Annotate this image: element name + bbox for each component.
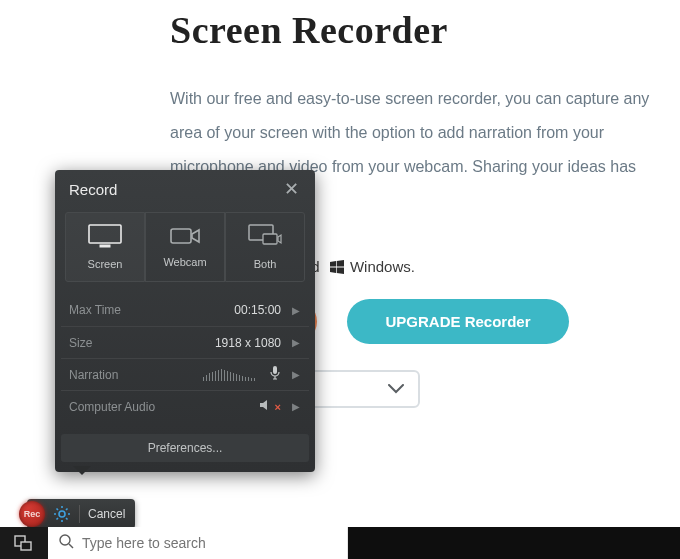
row-narration[interactable]: Narration ▶ [61, 358, 309, 390]
narration-label: Narration [69, 368, 118, 382]
close-icon[interactable]: ✕ [280, 178, 303, 200]
max-time-value: 00:15:00 [234, 303, 281, 317]
mode-webcam-label: Webcam [163, 256, 206, 268]
mode-webcam[interactable]: Webcam [145, 212, 225, 282]
chevron-right-icon: ▶ [291, 305, 301, 316]
svg-line-14 [66, 509, 68, 511]
size-label: Size [69, 336, 92, 350]
search-icon [58, 533, 74, 553]
svg-point-6 [59, 511, 65, 517]
computer-audio-label: Computer Audio [69, 400, 155, 414]
svg-rect-1 [100, 245, 110, 247]
svg-rect-16 [21, 542, 31, 550]
svg-rect-2 [171, 229, 191, 243]
chevron-right-icon: ▶ [291, 369, 301, 380]
windows-icon [330, 260, 344, 277]
microphone-icon [269, 366, 281, 383]
mode-both-label: Both [254, 258, 277, 270]
record-toolbar: Rec Cancel [27, 499, 135, 529]
preferences-button[interactable]: Preferences... [61, 434, 309, 462]
chevron-right-icon: ▶ [291, 337, 301, 348]
row-computer-audio[interactable]: Computer Audio × ▶ [61, 390, 309, 422]
svg-point-17 [60, 535, 70, 545]
max-time-label: Max Time [69, 303, 121, 317]
svg-rect-0 [89, 225, 121, 243]
taskbar-remainder [348, 527, 680, 559]
mode-screen[interactable]: Screen [65, 212, 145, 282]
mode-screen-label: Screen [88, 258, 123, 270]
row-size[interactable]: Size 1918 x 1080 ▶ [61, 326, 309, 358]
page-title: Screen Recorder [170, 8, 650, 52]
speaker-muted-icon: × [259, 399, 281, 414]
gear-icon[interactable] [53, 505, 71, 523]
svg-line-18 [69, 544, 73, 548]
taskbar-app-icon[interactable] [0, 527, 48, 559]
camera-icon [170, 226, 200, 248]
upgrade-recorder-button[interactable]: UPGRADE Recorder [347, 299, 568, 344]
audio-level-bars [203, 369, 255, 381]
svg-rect-5 [273, 366, 277, 374]
taskbar [0, 527, 680, 559]
svg-line-12 [66, 518, 68, 520]
record-button[interactable]: Rec [19, 501, 45, 527]
taskbar-search[interactable] [48, 527, 348, 559]
row-max-time[interactable]: Max Time 00:15:00 ▶ [61, 294, 309, 326]
both-icon [248, 224, 282, 250]
record-popup: Record ✕ Screen Webcam Both Max Time 00 [55, 170, 315, 472]
popup-title: Record [69, 181, 117, 198]
svg-line-11 [57, 509, 59, 511]
platform-windows: Windows. [350, 258, 415, 275]
monitor-icon [88, 224, 122, 250]
cancel-button[interactable]: Cancel [79, 505, 125, 523]
size-value: 1918 x 1080 [215, 336, 281, 350]
chevron-down-icon [388, 380, 404, 398]
chevron-right-icon: ▶ [291, 401, 301, 412]
mode-both[interactable]: Both [225, 212, 305, 282]
svg-line-13 [57, 518, 59, 520]
svg-rect-4 [263, 234, 277, 244]
search-input[interactable] [82, 535, 312, 551]
